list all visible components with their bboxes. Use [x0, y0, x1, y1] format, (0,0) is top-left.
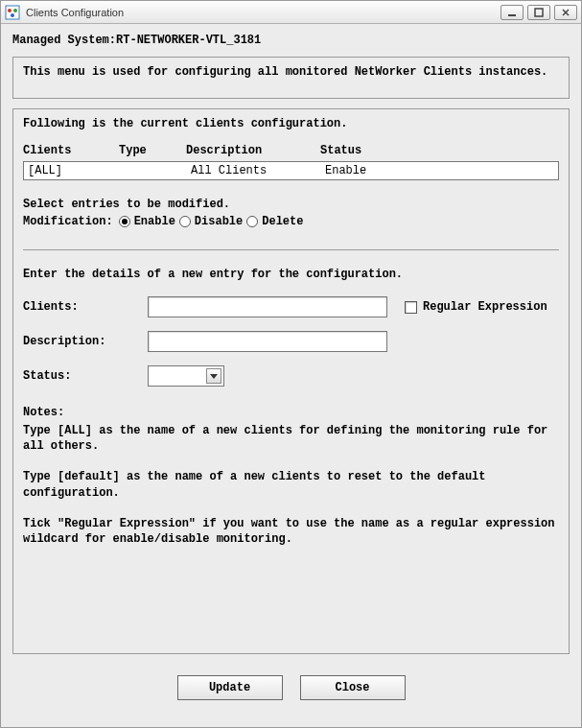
modification-radio-group: Enable Disable Delete — [119, 215, 306, 228]
description-label: Description: — [23, 335, 148, 348]
window-root: Clients Configuration Managed System:RT-… — [0, 0, 582, 728]
config-intro: Following is the current clients configu… — [23, 117, 559, 130]
note-3: Tick "Regular Expression" if you want to… — [23, 516, 559, 547]
managed-system-heading: Managed System:RT-NETWORKER-VTL_3181 — [12, 34, 570, 47]
svg-point-1 — [8, 9, 12, 12]
content-area: Managed System:RT-NETWORKER-VTL_3181 Thi… — [1, 24, 581, 727]
radio-delete[interactable]: Delete — [246, 215, 303, 228]
cell-status: Enable — [325, 164, 402, 177]
col-header-type: Type — [119, 144, 186, 157]
minimize-button[interactable] — [501, 5, 524, 20]
note-2: Type [default] as the name of a new clie… — [23, 469, 559, 500]
window-title: Clients Configuration — [26, 7, 501, 18]
separator — [23, 249, 559, 250]
clients-listbox[interactable]: [ALL] All Clients Enable — [23, 161, 559, 180]
regex-label: Regular Expression — [423, 300, 547, 314]
close-button[interactable]: Close — [300, 675, 406, 700]
col-header-status: Status — [320, 144, 397, 157]
update-button[interactable]: Update — [177, 675, 283, 700]
svg-rect-4 — [508, 14, 516, 16]
radio-delete-indicator — [246, 216, 258, 227]
maximize-button[interactable] — [527, 5, 550, 20]
regex-checkbox[interactable] — [405, 301, 417, 314]
info-panel: This menu is used for configuring all mo… — [12, 57, 570, 99]
managed-system-value: RT-NETWORKER-VTL_3181 — [116, 34, 261, 47]
radio-disable[interactable]: Disable — [179, 215, 243, 228]
status-label: Status: — [23, 369, 148, 383]
close-window-button[interactable] — [554, 5, 577, 20]
radio-enable-indicator — [119, 216, 130, 227]
radio-disable-indicator — [179, 216, 191, 227]
svg-point-3 — [11, 13, 14, 17]
info-text: This menu is used for configuring all mo… — [23, 65, 547, 79]
new-entry-intro: Enter the details of a new entry for the… — [23, 268, 559, 281]
col-header-description: Description — [186, 144, 320, 157]
chevron-down-icon — [206, 368, 221, 384]
select-instruction: Select entries to be modified. — [23, 198, 559, 211]
clients-row: Clients: Regular Expression — [23, 296, 559, 317]
table-headers: Clients Type Description Status — [23, 144, 559, 157]
modification-row: Modification: Enable Disable Delete — [23, 215, 559, 228]
svg-point-2 — [13, 9, 17, 12]
titlebar: Clients Configuration — [1, 1, 581, 24]
main-panel: Following is the current clients configu… — [12, 108, 570, 654]
status-row: Status: — [23, 365, 559, 387]
cell-description: All Clients — [191, 164, 325, 177]
clients-label: Clients: — [23, 300, 148, 314]
status-select[interactable] — [148, 365, 224, 387]
description-row: Description: — [23, 331, 559, 352]
radio-disable-label: Disable — [195, 215, 243, 228]
svg-rect-5 — [535, 9, 543, 16]
managed-system-label: Managed System: — [12, 34, 116, 47]
cell-type — [172, 164, 191, 177]
modification-label: Modification: — [23, 215, 113, 228]
app-icon — [5, 5, 20, 20]
radio-delete-label: Delete — [262, 215, 303, 228]
clients-input[interactable] — [148, 296, 387, 317]
cell-clients: [ALL] — [28, 164, 172, 177]
footer-buttons: Update Close — [12, 664, 570, 716]
svg-marker-8 — [210, 374, 218, 379]
col-header-clients: Clients — [23, 144, 119, 157]
description-input[interactable] — [148, 331, 387, 352]
update-button-label: Update — [209, 681, 250, 694]
radio-enable-label: Enable — [134, 215, 175, 228]
note-1: Type [ALL] as the name of a new clients … — [23, 423, 559, 454]
close-button-label: Close — [335, 681, 369, 694]
notes-heading: Notes: — [23, 406, 559, 419]
radio-enable[interactable]: Enable — [119, 215, 175, 228]
